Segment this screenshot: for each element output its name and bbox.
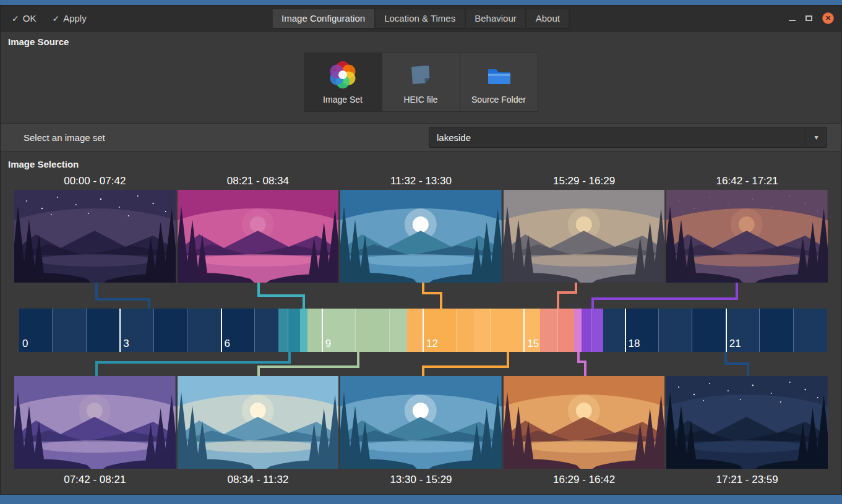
- image-time-label: 00:00 - 07:42: [14, 175, 176, 190]
- timeline-segment: [574, 309, 582, 352]
- ok-button[interactable]: ✓ OK: [12, 13, 36, 23]
- apply-button-label: Apply: [63, 13, 87, 23]
- hour-tick: [456, 309, 457, 352]
- hour-stripe: [390, 309, 423, 352]
- hour-tick: [86, 309, 87, 352]
- image-time-label: 08:34 - 11:32: [178, 474, 339, 489]
- maximize-button[interactable]: [805, 15, 812, 21]
- hour-tick: [288, 309, 288, 352]
- connector-line: [97, 283, 149, 309]
- hour-stripe: [457, 309, 490, 352]
- image-tile[interactable]: [504, 190, 665, 283]
- hour-tick: [557, 309, 558, 352]
- connector-line: [423, 352, 508, 376]
- hour-stripe: [591, 309, 625, 352]
- hour-tick: [187, 309, 187, 352]
- hour-tick: [793, 309, 794, 352]
- hour-tick: [322, 309, 323, 352]
- hour-label: 9: [325, 338, 331, 350]
- apply-button[interactable]: ✓ Apply: [52, 13, 86, 23]
- hour-stripe: [53, 309, 86, 352]
- image-time-label: 16:29 - 16:42: [504, 474, 665, 489]
- image-time-label: 15:29 - 16:29: [504, 175, 665, 190]
- hour-tick: [254, 309, 255, 352]
- top-image-labels: 00:00 - 07:4208:21 - 08:3411:32 - 13:301…: [14, 175, 828, 190]
- source-option-label: HEIC file: [403, 95, 437, 105]
- image-set-dropdown-value: lakeside: [437, 132, 471, 143]
- connector-line: [578, 352, 585, 376]
- image-set-flower-icon: [329, 61, 357, 89]
- image-time-label: 11:32 - 13:30: [340, 175, 502, 190]
- hour-label: 6: [225, 338, 230, 350]
- hour-label: 15: [527, 338, 539, 350]
- image-time-label: 17:21 - 23:59: [666, 474, 828, 489]
- hour-label: 3: [123, 338, 129, 350]
- hour-label: 12: [426, 338, 438, 350]
- image-tile[interactable]: [340, 376, 502, 469]
- hour-tick: [490, 309, 491, 352]
- hour-tick: [119, 309, 121, 352]
- image-tile[interactable]: [14, 376, 176, 469]
- hour-tick: [625, 309, 626, 352]
- titlebar: ✓ OK ✓ Apply Image Configuration Locatio…: [1, 6, 841, 32]
- hour-tick: [692, 309, 692, 352]
- hour-tick: [726, 309, 727, 352]
- image-time-label: 13:30 - 15:29: [340, 474, 502, 489]
- image-tile[interactable]: [666, 376, 828, 469]
- image-time-label: 07:42 - 08:21: [14, 474, 176, 489]
- minimize-button[interactable]: [789, 16, 796, 21]
- connector-line: [593, 283, 737, 309]
- timeline-segment: [300, 309, 307, 352]
- image-source-section-title: Image Source: [8, 36, 841, 48]
- connector-line: [259, 352, 358, 376]
- hour-tick: [355, 309, 356, 352]
- source-option-label: Image Set: [323, 95, 363, 105]
- hour-tick: [52, 309, 53, 352]
- source-option-source-folder[interactable]: Source Folder: [460, 53, 538, 112]
- hour-tick: [423, 309, 424, 352]
- hour-stripe: [187, 309, 221, 352]
- image-tile[interactable]: [504, 376, 665, 469]
- image-set-select-row: Select an image set lakeside ▾: [1, 123, 841, 152]
- tab-behaviour[interactable]: Behaviour: [465, 9, 526, 28]
- image-tile[interactable]: [178, 376, 339, 469]
- tab-location-times[interactable]: Location & Times: [374, 9, 465, 28]
- source-option-label: Source Folder: [471, 95, 526, 105]
- source-option-heic-file[interactable]: HEIC file: [382, 53, 460, 112]
- connector-line: [97, 352, 290, 376]
- hour-label: 21: [729, 338, 741, 350]
- timeline-area: 036912151821: [1, 283, 841, 376]
- top-image-row: [14, 190, 828, 283]
- connector-line: [423, 283, 441, 309]
- chevron-down-icon: ▾: [805, 127, 827, 147]
- image-set-dropdown[interactable]: lakeside ▾: [429, 127, 827, 148]
- connector-line: [558, 283, 576, 309]
- ok-button-label: OK: [23, 13, 37, 23]
- hour-tick: [759, 309, 760, 352]
- image-selection-section-title: Image Selection: [8, 159, 841, 170]
- hour-tick: [153, 309, 154, 352]
- hour-tick: [221, 309, 222, 352]
- hour-tick: [389, 309, 390, 352]
- bottom-image-labels: 07:42 - 08:2108:34 - 11:3213:30 - 15:291…: [14, 474, 828, 489]
- app-window: ✓ OK ✓ Apply Image Configuration Locatio…: [0, 5, 842, 495]
- connector-line: [259, 283, 304, 309]
- image-tile[interactable]: [178, 190, 339, 283]
- hour-stripe: [255, 309, 288, 352]
- source-folder-icon: [484, 61, 513, 89]
- image-tile[interactable]: [14, 190, 176, 283]
- hour-tick: [523, 309, 525, 352]
- close-button[interactable]: ✕: [822, 12, 834, 24]
- tab-image-configuration[interactable]: Image Configuration: [272, 9, 375, 28]
- tab-about[interactable]: About: [526, 9, 570, 28]
- minimize-icon: [789, 16, 796, 21]
- source-type-group: Image Set HEIC file Source Folder: [1, 53, 841, 112]
- image-tile[interactable]: [666, 190, 828, 283]
- hour-label: 0: [22, 338, 28, 350]
- check-icon: ✓: [12, 14, 19, 23]
- source-option-image-set[interactable]: Image Set: [304, 53, 382, 112]
- bottom-image-row: [14, 376, 828, 469]
- connector-line: [726, 352, 748, 376]
- image-tile[interactable]: [340, 190, 502, 283]
- select-image-set-label: Select an image set: [24, 132, 105, 143]
